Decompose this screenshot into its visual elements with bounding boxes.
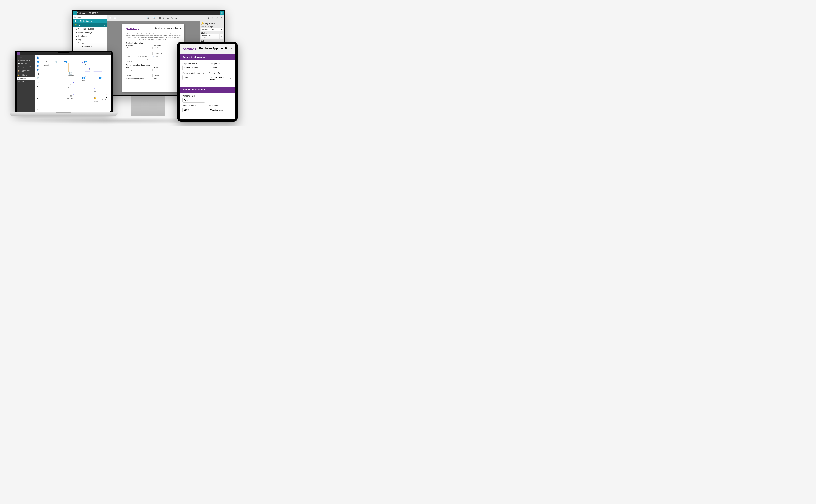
nav-privileges[interactable]: 🔒Privileges: [17, 73, 35, 77]
crop-icon[interactable]: ✂: [163, 17, 165, 19]
tool-join-icon[interactable]: ⑃: [37, 93, 38, 96]
pg-first-input[interactable]: Patrick: [126, 74, 153, 77]
group-icon: 👥: [81, 60, 90, 63]
email-input[interactable]: Parent@softdocs.com: [126, 69, 153, 71]
first-name-input[interactable]: Phil: [126, 47, 153, 49]
nav-back[interactable]: ⟨Back: [17, 55, 35, 59]
tree-item-students[interactable]: ▾ Students: [73, 41, 107, 45]
doc-type-select[interactable]: Absence Request▾: [201, 28, 223, 31]
date-absence-input[interactable]: 11/03/2023: [154, 52, 181, 55]
highlight-icon[interactable]: ✎: [171, 17, 173, 19]
emp-id-input[interactable]: A33441: [209, 65, 232, 70]
tree-item-legal[interactable]: ▸ Legal: [73, 38, 107, 41]
assign-icon: 🗂: [18, 66, 19, 68]
nav-general-settings[interactable]: ✕General Settings: [17, 59, 35, 62]
last-name-input[interactable]: Askins: [154, 47, 181, 49]
wrench-icon: ✕: [18, 60, 19, 61]
apps-launcher-icon[interactable]: ⋮⋮⋮: [17, 52, 20, 55]
tool-user-icon[interactable]: 👤: [36, 56, 39, 59]
nav-assignment-rules[interactable]: 🗂Assignment Rules: [17, 65, 35, 69]
wf-node-notify[interactable]: ✉Notify Employee: [66, 94, 75, 99]
wf-node-it[interactable]: 👥IT: [95, 76, 105, 81]
thumbnails-icon[interactable]: ▦: [159, 17, 161, 19]
tool-cloud-icon[interactable]: ☁: [37, 85, 39, 87]
tool-group-icon[interactable]: 👥: [36, 61, 39, 63]
tool-mail-icon[interactable]: ✉: [37, 81, 39, 83]
wf-node-payroll[interactable]: 👥Payroll: [79, 76, 88, 81]
text-select-icon[interactable]: A̲: [167, 17, 169, 19]
tool-split-icon[interactable]: ⑂: [37, 89, 38, 92]
duplicate-icon[interactable]: 📑: [114, 17, 117, 19]
tree-item-accounts-payable[interactable]: ▸ Accounts Payable: [73, 27, 107, 31]
wf-node-split[interactable]: ⑂Split: [85, 68, 94, 73]
wf-node-start[interactable]: ▷Initial Employee Submission: [42, 60, 51, 66]
phone-input[interactable]: 555-555-5555: [154, 69, 181, 71]
tree-header[interactable]: 🌳 Tree ▭: [73, 23, 107, 27]
zoom-in-icon[interactable]: 🔍+: [147, 17, 151, 19]
apps-launcher-icon[interactable]: ⋮⋮⋮: [73, 11, 77, 15]
tree-item-board-meetings[interactable]: ▸ Board Meetings: [73, 31, 107, 34]
emp-name-label: Employee Name: [182, 62, 206, 65]
tree-item-employees[interactable]: ▸ Employees: [73, 34, 107, 38]
wf-node-join[interactable]: ⑃Join: [90, 88, 99, 92]
wf-node-export[interactable]: ☁Export to ERP: [66, 83, 75, 88]
tree-item-students-a[interactable]: 🗀Students:A: [73, 45, 107, 49]
wf-node-signatures[interactable]: ✍Employee Signatures: [90, 96, 99, 102]
illness-checkbox[interactable]: ☐ Illness: [126, 56, 131, 57]
search-bar[interactable]: 🔍: [73, 15, 107, 19]
search-input[interactable]: [77, 16, 106, 18]
vendor-name-input[interactable]: United Airlines: [209, 108, 232, 112]
wf-node-hr[interactable]: 👥HR: [61, 60, 70, 65]
tool-file-icon[interactable]: ■: [37, 97, 38, 100]
student-select[interactable]: Askins, Phil - 0054321▾: [201, 34, 219, 39]
download-icon[interactable]: ⬇: [207, 17, 209, 19]
zoom-out-icon[interactable]: 🔍-: [153, 17, 157, 19]
reason-input[interactable]: Vacation: [126, 60, 181, 63]
vendor-number-input[interactable]: 22003: [182, 108, 206, 112]
wf-node-file[interactable]: ■File to Repository: [102, 96, 111, 101]
tool-approve-icon[interactable]: 👤: [36, 65, 39, 67]
wf-node-update-status[interactable]: 🔄Update Status: [66, 71, 75, 76]
vendor-number-label: Vendor Number: [182, 105, 206, 107]
nav-reminders[interactable]: 🕓Reminders: [17, 62, 35, 65]
doc-type-select[interactable]: Travel-Expense Report⇵: [209, 75, 232, 82]
bell-icon: 🕓: [18, 63, 20, 64]
redact-icon[interactable]: ▰: [175, 17, 177, 19]
central-nav: ⟨Back ✕General Settings 🕓Reminders 🗂Assi…: [17, 55, 35, 112]
group-icon: 👥: [79, 76, 88, 79]
share-icon[interactable]: ↗: [216, 17, 218, 19]
tool-escalate-icon[interactable]: 👤: [36, 69, 39, 71]
split-icon: ⑂: [85, 68, 94, 71]
tool-trash-icon[interactable]: 🗑: [37, 108, 39, 111]
nav-package-rules[interactable]: 📦Package Name Rules: [17, 69, 35, 73]
vendor-search-label: Vendor Search: [182, 95, 205, 97]
emp-name-input[interactable]: William Roberts: [182, 65, 206, 70]
settings-gear-icon[interactable]: ⚙: [220, 11, 224, 15]
laptop-device: ⋮⋮⋮ etrieve CENTRAL ⟨Back ✕General Setti…: [10, 51, 118, 119]
wf-node-initial-approval[interactable]: 👥Initial Approval: [81, 60, 90, 65]
workflow-canvas[interactable]: ▷Initial Employee Submission 🛒Accumulate…: [40, 55, 111, 112]
unfiled-label: Unfiled - Students: [78, 20, 93, 22]
po-input[interactable]: 100038: [182, 75, 206, 80]
wf-node-controls[interactable]: ○ ✕: [104, 94, 107, 96]
inbox-icon: 🗄: [74, 20, 76, 22]
add-student-button[interactable]: +: [220, 34, 223, 39]
family-checkbox[interactable]: ☐ Family Emergency: [136, 56, 148, 57]
other-checkbox[interactable]: ☑ Other: [153, 56, 158, 57]
copy-icon[interactable]: 📋: [109, 17, 111, 19]
delete-icon[interactable]: 🗑: [220, 17, 223, 19]
tree-toggle-icon[interactable]: ▭: [104, 24, 105, 26]
nav-save[interactable]: 💾Save: [17, 80, 35, 83]
tool-basket-icon[interactable]: 🛒: [36, 77, 39, 79]
unfiled-row[interactable]: 🗄 Unfiled - Students 1: [73, 19, 107, 23]
tool-screen-icon[interactable]: 🖵: [37, 73, 39, 75]
signature-label: Parent / Guardian's Signature: [126, 78, 153, 79]
unfiled-count: 1: [104, 20, 105, 22]
vendor-search-input[interactable]: Travel: [182, 98, 205, 103]
print-icon[interactable]: 🖨: [212, 17, 214, 19]
nav-designer[interactable]: ⚒Designer!: [17, 77, 35, 80]
grade-input[interactable]: 11: [126, 52, 153, 55]
viewer-toolbar: 📋 📑 🔍+ 🔍- ▦ ✂ A̲ ✎ ▰ ⬇ 🖨 ↗ 🗑: [107, 15, 224, 21]
pg-last-input[interactable]: Askins: [154, 74, 181, 77]
wf-node-accumulate[interactable]: 🛒Accumulate: [51, 60, 61, 65]
